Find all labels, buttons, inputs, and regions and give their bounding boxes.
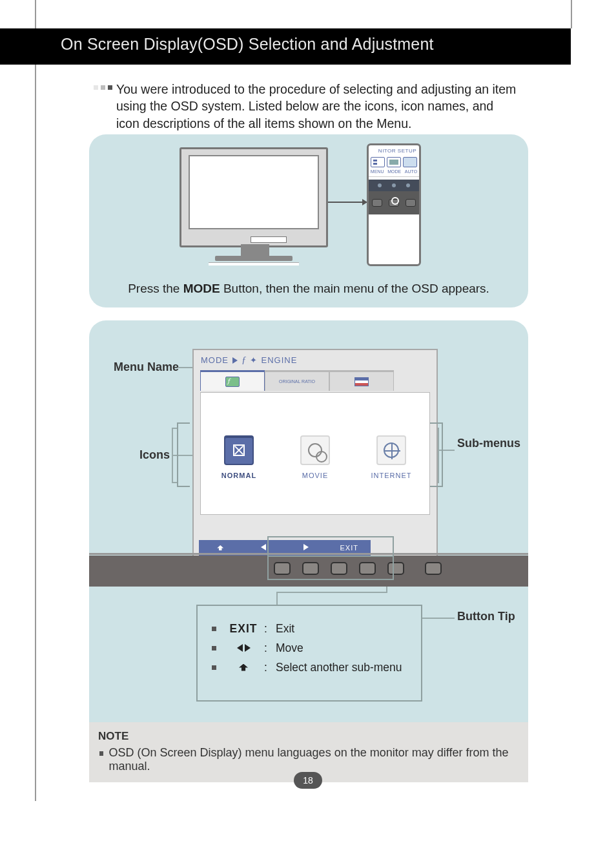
osd-stage: NORMAL MOVIE INTERNET	[200, 392, 430, 515]
left-icon[interactable]	[261, 544, 266, 550]
normal-icon	[224, 435, 254, 465]
tip-key-exit: EXIT	[223, 622, 264, 636]
osd-tab-flag[interactable]	[329, 370, 394, 391]
tip-select: Select another sub-menu	[276, 661, 402, 674]
movie-icon	[300, 435, 330, 465]
note-text: OSD (On Screen Display) menu languages o…	[108, 746, 519, 773]
sub-item-normal[interactable]: NORMAL	[212, 435, 266, 479]
osd-tab-fengine[interactable]	[200, 370, 265, 391]
hw-button-icon	[406, 199, 416, 207]
device-image-icon	[387, 157, 401, 167]
page-number: 18	[294, 772, 322, 789]
osd-tab-ratio[interactable]: ORIGINAL RATIO	[265, 370, 329, 391]
sub-item-internet[interactable]: INTERNET	[364, 435, 418, 479]
device-box-icon	[403, 157, 417, 167]
intro-bullets	[94, 85, 112, 90]
bottom-panel: Menu Name Icons Sub-menus Button Tip MOD…	[89, 320, 528, 753]
device-label-mode: MODE	[387, 169, 401, 174]
intro-text: You were introduced to the procedure of …	[116, 81, 517, 132]
top-caption: Press the MODE Button, then the main men…	[89, 282, 528, 296]
monitor-illustration	[180, 147, 328, 247]
tip-exit: Exit	[276, 622, 294, 636]
device-label-auto: AUTO	[405, 169, 417, 174]
label-button-tip: Button Tip	[457, 610, 515, 624]
up-arrow-icon	[239, 664, 248, 671]
device-label-menu: MENU	[371, 169, 384, 174]
hw-button-press-icon	[389, 199, 399, 207]
hw-button-icon	[372, 199, 382, 207]
internet-icon	[376, 435, 406, 465]
label-menu-name: Menu Name	[114, 360, 179, 374]
up-icon[interactable]	[217, 545, 223, 550]
note-title: NOTE	[98, 730, 519, 743]
label-icons: Icons	[139, 448, 170, 462]
device-grid-icon	[371, 157, 385, 167]
label-sub-menus: Sub-menus	[457, 437, 520, 451]
osd-window: MODE ƒ✦ ENGINE ORIGINAL RATIO NORMAL MOV…	[192, 349, 438, 562]
tip-move: Move	[276, 641, 303, 655]
device-header: NITOR SETUP	[369, 145, 419, 155]
right-arrow-icon	[245, 644, 251, 652]
left-arrow-icon	[237, 644, 243, 652]
button-tip-box: EXIT : Exit : Move : Select another sub-…	[196, 605, 422, 702]
device-zoom: NITOR SETUP MENU MODE AUTO	[367, 143, 421, 266]
hw-button[interactable]	[425, 562, 442, 575]
sub-item-movie[interactable]: MOVIE	[288, 435, 342, 479]
page-title: On Screen Display(OSD) Selection and Adj…	[61, 35, 434, 54]
top-panel: NITOR SETUP MENU MODE AUTO Press the MOD…	[89, 134, 528, 307]
zoom-arrow	[328, 202, 370, 203]
triangle-right-icon	[232, 357, 238, 364]
osd-title: MODE ƒ✦ ENGINE	[194, 350, 436, 370]
